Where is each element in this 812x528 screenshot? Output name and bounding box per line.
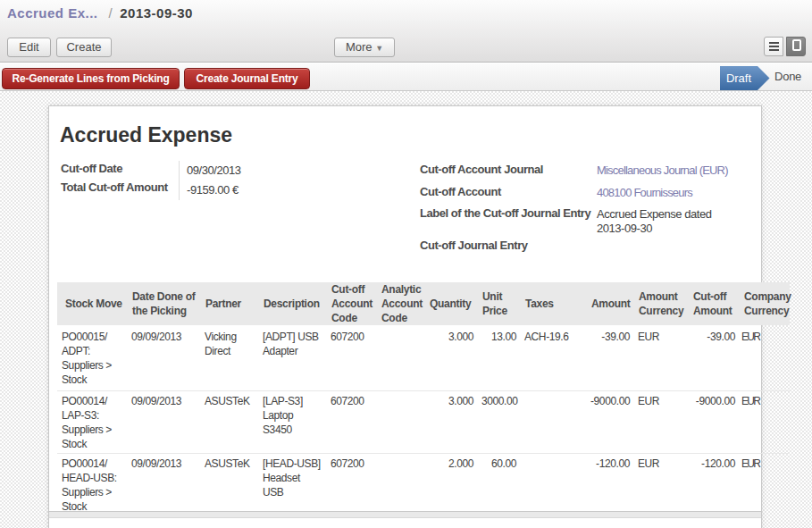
- svg-text:Draft: Draft: [726, 71, 752, 85]
